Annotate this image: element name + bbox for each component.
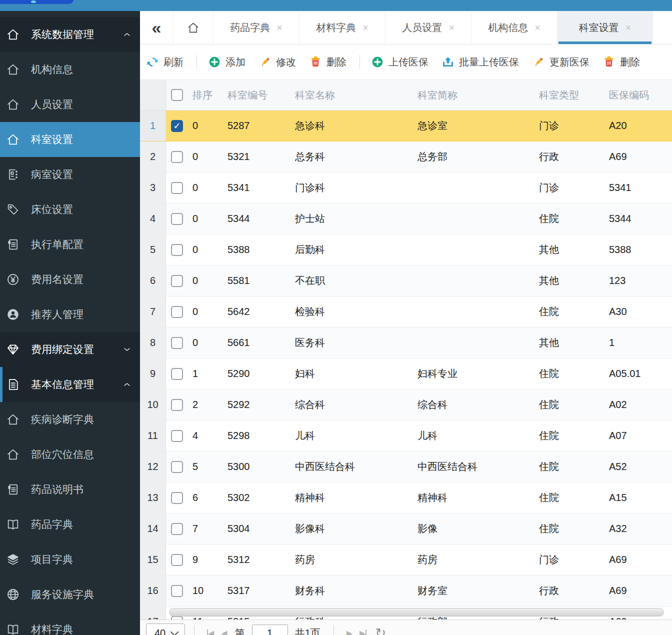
row-checkbox[interactable] — [171, 244, 183, 256]
toolbar-button[interactable]: 批量上传医保 — [442, 56, 519, 69]
toolbar-button[interactable]: 删除 — [309, 56, 346, 69]
cell-sort: 2 — [192, 399, 228, 410]
page-number-input[interactable] — [252, 624, 288, 635]
prev-page-button[interactable]: ◀ — [221, 628, 227, 635]
table-row[interactable]: 16105317财务科财务室行政A69 — [140, 576, 672, 606]
sidebar-item[interactable]: 药品字典 — [0, 507, 140, 542]
table-row[interactable]: 1365302精神科精神科住院A15 — [140, 482, 672, 514]
row-checkbox[interactable] — [171, 399, 183, 411]
column-header[interactable]: 科室编号 — [228, 88, 295, 102]
cell-name: 精神科 — [295, 491, 418, 504]
sidebar-item[interactable]: 机构信息 — [0, 52, 140, 87]
row-checkbox[interactable] — [171, 554, 183, 566]
sidebar-item[interactable]: 人员设置 — [0, 87, 140, 122]
home-icon — [6, 412, 20, 426]
toolbar-button[interactable]: 添加 — [208, 56, 246, 69]
table-row[interactable]: 505388后勤科其他5388 — [140, 234, 672, 266]
column-header[interactable]: 排序 — [192, 88, 228, 102]
row-checkbox[interactable] — [171, 337, 183, 349]
cell-code: 5292 — [228, 399, 295, 410]
collapse-tabs-button[interactable]: « — [140, 11, 174, 44]
sidebar-item[interactable]: 部位穴位信息 — [0, 437, 140, 472]
sidebar-item[interactable]: 药品说明书 — [0, 472, 140, 507]
column-header[interactable]: 科室类型 — [539, 88, 609, 102]
row-checkbox[interactable] — [171, 213, 183, 225]
table-row[interactable]: 805661医务科其他1 — [140, 328, 672, 358]
sidebar-item[interactable]: 材料字典 — [0, 612, 140, 635]
sidebar-item[interactable]: 科室设置 — [0, 122, 140, 157]
row-checkbox[interactable] — [171, 182, 183, 194]
close-icon[interactable]: × — [276, 22, 282, 32]
select-all-checkbox[interactable] — [171, 89, 183, 101]
toolbar-button[interactable]: 删除 — [602, 56, 640, 69]
sidebar-item[interactable]: 基本信息管理 — [0, 367, 140, 402]
row-checkbox[interactable] — [171, 492, 183, 504]
table-row[interactable]: 1✓05287急诊科急诊室门诊A20 — [140, 110, 672, 142]
sidebar-item[interactable]: 床位设置 — [0, 192, 140, 227]
table-row[interactable]: 205321总务科总务部行政A69 — [140, 142, 672, 172]
close-icon[interactable]: × — [362, 22, 368, 32]
tab-home[interactable] — [174, 11, 214, 44]
tab-item[interactable]: 人员设置× — [386, 11, 472, 44]
table-row[interactable]: 1025292综合科综合科住院A02 — [140, 390, 672, 420]
column-header[interactable]: 科室简称 — [418, 88, 539, 102]
table-row[interactable]: 1475304影像科影像住院A32 — [140, 514, 672, 544]
row-number: 16 — [140, 576, 166, 606]
home-icon — [6, 28, 20, 42]
table-row[interactable]: 1255300中西医结合科中西医结合科住院A52 — [140, 452, 672, 482]
row-checkbox[interactable] — [171, 368, 183, 380]
sidebar-item[interactable]: 系统数据管理 — [0, 17, 140, 52]
sidebar-item[interactable]: 费用名设置 — [0, 262, 140, 297]
document-icon — [6, 378, 20, 392]
main-content: « 药品字典×材料字典×人员设置×机构信息×科室设置× 刷新添加修改删除上传医保… — [140, 11, 672, 635]
sidebar-item[interactable]: 费用绑定设置 — [0, 332, 140, 367]
row-checkbox[interactable] — [171, 306, 183, 318]
row-checkbox[interactable] — [171, 461, 183, 473]
next-page-button[interactable]: ▶ — [346, 628, 352, 635]
sidebar-item[interactable]: 病室设置 — [0, 157, 140, 192]
first-page-button[interactable]: ◀ — [207, 628, 214, 635]
table-row[interactable]: 405344护士站住院5344 — [140, 204, 672, 234]
row-checkbox[interactable] — [171, 585, 183, 597]
row-checkbox[interactable] — [171, 151, 183, 163]
row-checkbox[interactable] — [171, 523, 183, 535]
table-row[interactable]: 705642检验科住院A30 — [140, 296, 672, 328]
toolbar-button[interactable]: 上传医保 — [371, 56, 428, 69]
sidebar-item[interactable]: 服务设施字典 — [0, 577, 140, 612]
sidebar-item[interactable]: 项目字典 — [0, 542, 140, 577]
sidebar-item[interactable]: 推荐人管理 — [0, 297, 140, 332]
top-pill-button[interactable] — [0, 0, 74, 4]
sidebar-item[interactable]: 执行单配置 — [0, 227, 140, 262]
pager-refresh-icon[interactable]: ↻ — [375, 626, 386, 635]
row-checkbox[interactable]: ✓ — [171, 120, 183, 132]
table-row[interactable]: 1145298儿科儿科住院A07 — [140, 420, 672, 452]
table-row[interactable]: 915290妇科妇科专业住院A05.01 — [140, 358, 672, 390]
sidebar-item-label: 药品说明书 — [31, 482, 84, 496]
close-icon[interactable]: × — [534, 22, 540, 32]
tab-item[interactable]: 机构信息× — [472, 11, 558, 44]
toolbar: 刷新添加修改删除上传医保批量上传医保更新医保删除 — [140, 44, 672, 80]
sidebar-item[interactable]: 疾病诊断字典 — [0, 402, 140, 437]
close-icon[interactable]: × — [448, 22, 454, 32]
home-icon — [6, 62, 20, 76]
cell-ins: 5388 — [609, 244, 672, 256]
row-checkbox[interactable] — [171, 275, 183, 287]
close-icon[interactable]: × — [626, 22, 632, 32]
column-header[interactable]: 科室名称 — [295, 88, 418, 102]
last-page-button[interactable]: ▶ — [360, 628, 366, 635]
toolbar-button[interactable]: 刷新 — [146, 56, 184, 69]
horizontal-scrollbar[interactable] — [169, 608, 664, 616]
tab-item[interactable]: 材料字典× — [300, 11, 386, 44]
tab-item[interactable]: 药品字典× — [214, 11, 300, 44]
row-checkbox[interactable] — [171, 430, 183, 442]
tab-item[interactable]: 科室设置× — [558, 11, 653, 44]
table-row[interactable]: 605581不在职其他123 — [140, 266, 672, 296]
column-header[interactable]: 医保编码 — [609, 88, 672, 102]
header-corner — [140, 80, 166, 110]
cell-type: 住院 — [539, 398, 609, 412]
page-size-select[interactable]: 40 — [146, 624, 185, 635]
table-row[interactable]: 1595312药房药房门诊A69 — [140, 544, 672, 576]
table-row[interactable]: 305341门诊科门诊5341 — [140, 172, 672, 204]
toolbar-button[interactable]: 修改 — [258, 56, 296, 69]
toolbar-button[interactable]: 更新医保 — [532, 56, 590, 69]
